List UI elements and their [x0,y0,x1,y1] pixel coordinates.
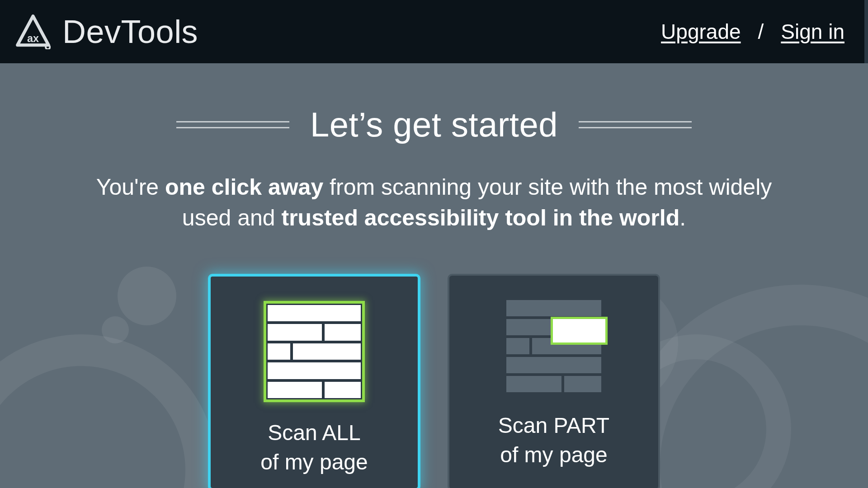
title-rule-left [176,121,289,128]
subtitle-text: You're [96,174,165,200]
upgrade-link[interactable]: Upgrade [661,19,741,44]
subtitle-bold-2: trusted accessibility tool in the world [282,205,680,230]
scan-part-highlight-icon [551,317,608,345]
svg-point-1 [46,45,50,49]
page-title: Let’s get started [310,105,558,144]
signin-link[interactable]: Sign in [781,19,844,44]
scan-part-card[interactable]: Scan PART of my page [448,274,660,488]
page-subtitle: You're one click away from scanning your… [81,172,787,233]
scan-all-label-line2: of my page [260,448,368,477]
scan-part-label-line1: Scan PART [498,411,609,441]
header-links: Upgrade / Sign in [661,19,844,44]
scan-all-icon [264,301,365,402]
main-content: Let’s get started You're one click away … [0,63,868,488]
subtitle-bold-1: one click away [165,174,323,200]
panel-resize-handle[interactable] [864,0,868,63]
subtitle-text: . [679,205,686,230]
scan-part-icon [506,300,601,395]
axe-logo-icon: ax [15,14,51,49]
scan-options: Scan ALL of my page Scan PART of my page [208,274,660,488]
title-rule-right [579,121,692,128]
scan-all-card[interactable]: Scan ALL of my page [208,274,420,488]
title-row: Let’s get started [176,105,692,144]
scan-part-label: Scan PART of my page [498,411,609,470]
header-separator: / [758,19,764,44]
app-header: ax DevTools Upgrade / Sign in [0,0,868,63]
product-name: DevTools [62,13,198,50]
scan-all-label-line1: Scan ALL [260,418,368,448]
scan-all-label: Scan ALL of my page [260,418,368,477]
svg-text:ax: ax [27,33,39,44]
scan-part-label-line2: of my page [498,441,609,470]
logo: ax DevTools [15,13,198,50]
